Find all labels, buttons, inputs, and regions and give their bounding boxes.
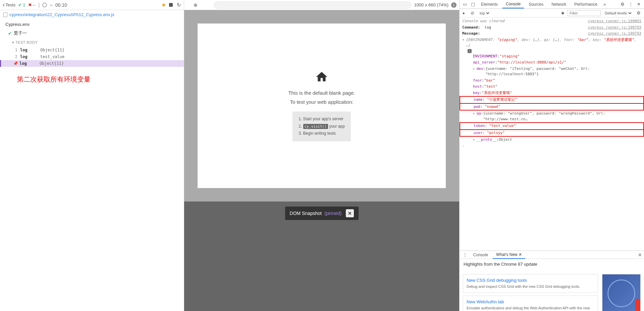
source-link[interactable]: cypress runner.js:199793 (588, 31, 641, 37)
command-row[interactable]: 1 log Object{11} (0, 47, 184, 53)
tab-performance[interactable]: Performance (571, 1, 601, 8)
object-property-highlighted[interactable]: user: "poloyy" (460, 130, 644, 137)
preview-steps: 1. Start your app's server 2. cy.visit()… (292, 112, 351, 141)
info-badge-icon[interactable]: i (468, 49, 472, 53)
close-devtools-icon[interactable]: ✕ (636, 2, 642, 7)
console-prompt-icon[interactable]: › (462, 143, 465, 149)
object-property-highlighted[interactable]: token: "test_value" (460, 122, 644, 130)
object-property[interactable]: ▸dev: {username: "iTesting", password: "… (460, 66, 644, 78)
red-accent (635, 299, 640, 311)
snapshot-pill: DOM Snapshot (pinned) ✕ (285, 207, 359, 220)
source-link[interactable]: cypress runner.js:199793 (588, 25, 641, 31)
preview-area: This is the default blank page. To test … (184, 10, 459, 202)
cmd-name: log (20, 54, 40, 59)
pending-icon (42, 3, 47, 7)
spec-title[interactable]: Cypress.env (0, 20, 184, 28)
object-property[interactable]: ▸qa: {username: "wrongUser", password: "… (460, 110, 644, 122)
live-expression-icon[interactable]: ◉ (561, 11, 565, 15)
pin-icon: 📌 (13, 61, 18, 66)
blank-page-text: This is the default blank page. (288, 90, 355, 96)
stop-button[interactable] (169, 3, 173, 7)
clear-console-icon[interactable]: ⊘ (469, 10, 476, 15)
console-filter-bar: ▸ ⊘ top ◉ Default levels ⚙ (460, 9, 644, 17)
news-item-desc: Emulate authenticators and debug the Web… (467, 306, 594, 311)
news-item-title: New WebAuthn tab (467, 299, 594, 304)
cmd-message: test_value (40, 54, 64, 59)
drawer-tabs: ⋮ Console What's New ✕ ✕ (460, 251, 644, 259)
object-property-highlighted[interactable]: pwd: "nopwd" (460, 104, 644, 111)
cmd-message: Object{11} (40, 48, 64, 52)
command-row[interactable]: 2 log test_value (0, 53, 184, 60)
pass-count: 1 (18, 2, 25, 7)
object-summary[interactable]: {ENVIRONMENT: "staging", dev: {…}, qa: {… (466, 37, 641, 48)
object-property-highlighted[interactable]: name: "小菠萝测试笔记" (460, 96, 644, 104)
snapshot-close-button[interactable]: ✕ (346, 209, 354, 217)
cmd-number: 1 (12, 48, 20, 52)
object-property[interactable]: ▸__proto__: Object (460, 137, 644, 143)
back-to-tests-button[interactable]: Tests (3, 1, 15, 8)
news-item-title: New CSS Grid debugging tools (467, 278, 594, 283)
preview-toolbar: ⊕ 1000 x 660 (74%) i (184, 0, 459, 10)
devtools-drawer: ⋮ Console What's New ✕ ✕ Highlights from… (460, 251, 644, 311)
app-preview-panel: ⊕ 1000 x 660 (74%) i This is the default… (184, 0, 459, 311)
inspect-element-icon[interactable]: ▭ (462, 2, 468, 7)
cmd-message: Object{11} (40, 61, 64, 66)
object-property[interactable]: key: "系统环境变量哦" (460, 90, 644, 96)
context-selector[interactable]: top (478, 11, 490, 15)
tab-network[interactable]: Network (548, 1, 570, 8)
news-thumbnail (602, 274, 641, 311)
selector-playground-button[interactable]: ⊕ (194, 2, 198, 8)
tab-elements[interactable]: Elements (478, 1, 501, 8)
source-link[interactable]: cypress runner.js:199801 (588, 18, 641, 24)
test-tree: Cypress.env 栗子一 TEST BODY 1 log Object{1… (0, 19, 184, 68)
info-icon[interactable]: i (451, 2, 457, 8)
drawer-tab-console[interactable]: Console (470, 251, 491, 259)
tab-console[interactable]: Console (502, 0, 524, 8)
more-menu-icon[interactable]: ⋮ (627, 2, 634, 7)
console-output: Console was clearedcypress runner.js:199… (460, 17, 644, 251)
object-property[interactable]: foor: "bar" (460, 78, 644, 84)
object-property[interactable]: host: "test" (460, 84, 644, 90)
console-line: Command: log (462, 25, 588, 31)
annotation-text: 第二次获取所有环境变量 (0, 68, 184, 91)
url-input[interactable] (214, 1, 411, 9)
test-body-header[interactable]: TEST BODY (0, 38, 184, 47)
log-level-selector[interactable]: Default levels (603, 11, 633, 15)
cypress-toolbar: Tests 1 -- | -- 00.10 ↻ (0, 0, 184, 10)
app-iframe: This is the default blank page. To test … (198, 24, 446, 188)
console-sidebar-icon[interactable]: ▸ (462, 10, 467, 15)
status-dot-icon (162, 4, 165, 6)
devtools-panel: ▭ ▢ Elements Console Sources Network Per… (459, 0, 644, 311)
divider: | (38, 2, 40, 8)
whatsnew-title: Highlights from the Chrome 87 update (460, 259, 644, 267)
cypress-reporter-panel: Tests 1 -- | -- 00.10 ↻ cypress\integrat… (0, 0, 184, 311)
fail-count: -- (28, 2, 36, 7)
drawer-tab-whatsnew[interactable]: What's New ✕ (493, 251, 525, 259)
news-item[interactable]: New CSS Grid debugging tools Debug and i… (463, 274, 598, 293)
test-title[interactable]: 栗子一 (0, 28, 184, 38)
drawer-close-icon[interactable]: ✕ (638, 252, 642, 258)
object-property[interactable]: ENVIRONMENT: "staging" (460, 53, 644, 60)
home-icon (315, 70, 328, 87)
cmd-name: log (19, 61, 40, 66)
cmd-number: 2 (12, 54, 20, 59)
cmd-name: log (20, 48, 40, 52)
device-toolbar-icon[interactable]: ▢ (470, 2, 476, 7)
object-property[interactable]: api_server: "http://localhost:8888/api/v… (460, 59, 644, 66)
file-path-text: cypress\integration\22_CypressAPI\12_Cyp… (9, 12, 114, 17)
reload-button[interactable]: ↻ (177, 2, 181, 8)
more-tabs-icon[interactable]: » (602, 2, 607, 7)
pending-count: -- (50, 2, 53, 7)
drawer-menu-icon[interactable]: ⋮ (462, 252, 469, 257)
settings-icon[interactable]: ⚙ (619, 2, 626, 7)
spec-file-path[interactable]: cypress\integration\22_CypressAPI\12_Cyp… (0, 10, 184, 19)
filter-input[interactable] (567, 10, 601, 16)
tab-sources[interactable]: Sources (525, 1, 547, 8)
news-item[interactable]: New WebAuthn tab Emulate authenticators … (463, 296, 598, 311)
expand-arrow-icon[interactable]: ▾ (462, 37, 465, 48)
console-cleared-msg: Console was cleared (462, 18, 588, 24)
blank-page-subtext: To test your web application: (290, 99, 353, 105)
console-line: Message: (462, 31, 588, 37)
command-row-pinned[interactable]: 📌 log Object{11} (0, 60, 184, 67)
console-settings-icon[interactable]: ⚙ (635, 10, 642, 15)
